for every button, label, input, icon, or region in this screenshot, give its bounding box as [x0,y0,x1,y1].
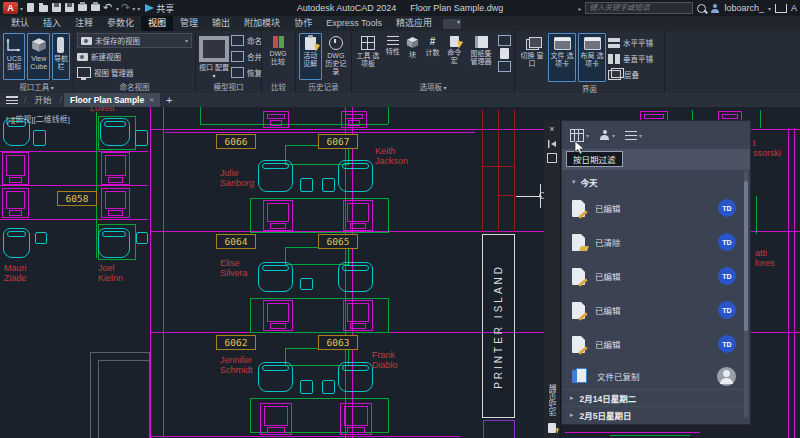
print-icon[interactable] [90,2,101,14]
viewport-controls-label[interactable]: [-][俯视][二维线框] [6,113,70,124]
panel-label-history[interactable]: 历史记录 [296,82,351,93]
panel-palettes: 工具 选项板 特性 块 # 计数 命令 宏 [352,31,515,93]
blocks-button[interactable]: 块 [405,33,421,80]
panel-label-viewport-tools[interactable]: 视口工具 [0,82,73,93]
help-search-input[interactable] [585,2,693,14]
panel-label-compare[interactable]: 比较 [262,82,295,93]
dwg-history-button[interactable]: DWG 历史记录 [324,33,348,80]
share-icon[interactable] [145,4,154,12]
command-macro-button[interactable]: 命令 宏 [444,33,464,80]
filter-by-user-button[interactable]: ▾ [599,130,615,141]
ribbon-tab[interactable]: Express Tools [319,16,389,31]
app-logo-icon[interactable]: A [3,2,18,14]
ribbon-tab[interactable]: 插入 [36,16,68,31]
viewport-restore-button[interactable]: 恢复 [231,65,262,80]
activity-item[interactable]: 已编辑TD [562,293,750,327]
new-file-icon[interactable] [25,2,36,14]
ribbon-extra-tool-icon[interactable] [443,19,461,29]
properties-button[interactable]: 特性 [383,33,403,80]
scrollbar-thumb[interactable] [744,181,748,331]
search-expand-icon[interactable]: ▸ [578,5,581,12]
autodesk-app-letter[interactable]: A [791,3,797,13]
view-dropdown[interactable]: 未保存的视图 ▾ [77,33,192,48]
save-as-icon[interactable] [64,2,75,14]
ribbon-tab[interactable]: 输出 [205,16,237,31]
activity-insights-button[interactable]: 活动 见解 [299,33,322,80]
ribbon-tab[interactable]: 协作 [287,16,319,31]
palette-properties-icon[interactable] [547,153,557,163]
filter-by-date-button[interactable]: ▾ [570,129,589,142]
save-icon[interactable] [51,2,62,14]
tab-document-active[interactable]: Floor Plan Sample × [64,93,160,107]
cubicle-chair [258,262,293,292]
activity-item[interactable]: 已编辑TD [562,191,750,225]
filter-by-type-button[interactable]: ▾ [625,131,642,140]
room-tag: 6066 [216,134,256,149]
view-camera-icon [81,37,92,45]
app-store-cart-icon[interactable] [775,4,787,13]
cascade-button[interactable]: 层叠 [608,67,653,82]
palette-close-icon[interactable]: × [547,124,558,135]
tab-close-icon[interactable]: × [149,93,154,107]
tool-palettes-button[interactable]: 工具 选项板 [355,33,381,80]
ribbon-tab[interactable]: 默认 [4,16,36,31]
date-group-row[interactable]: ▸2月14日星期二 [562,389,750,406]
ucs-icon-button[interactable]: UCS 图标 [3,33,25,80]
panel-label-palettes[interactable]: 选项板 [352,82,514,93]
redo-caret-icon[interactable]: ▾ [132,5,135,12]
cubicle-desk [343,300,373,331]
dwg-compare-button[interactable]: DWG 比较 [265,33,291,80]
switch-windows-button[interactable]: 切换 窗口 [518,33,546,82]
viewport-named-button[interactable]: 命名 [231,33,262,48]
new-view-button[interactable]: 新建视图 [77,49,192,64]
undo-caret-icon[interactable]: ▾ [116,5,119,12]
user-menu-caret-icon[interactable]: ▾ [768,5,771,12]
file-tab-menu-icon[interactable] [6,96,18,104]
search-icon[interactable] [697,4,706,13]
activity-item[interactable]: 文件已复制 [562,361,750,391]
viewport-join-button[interactable]: 合并 [231,49,262,64]
panel-scrollbar[interactable] [744,171,748,418]
username-label[interactable]: loboarch_ [724,3,764,13]
cad-line [150,107,151,438]
app-menu-caret-icon[interactable]: ▾ [20,5,23,12]
palette-extra3-icon[interactable] [498,61,511,72]
tile-horizontal-button[interactable]: 水平平铺 [608,35,653,50]
panel-label-model-viewports[interactable]: 模型视口 [196,82,261,93]
qat-customize-caret-icon[interactable]: ▾ [137,5,140,12]
ribbon-tab[interactable]: 注释 [68,16,100,31]
ribbon-tab[interactable]: 管理 [173,16,205,31]
panel-label-named-views[interactable]: 命名视图 [74,82,195,93]
redo-icon[interactable]: ↷ [121,2,130,14]
activity-item[interactable]: 已清除TD [562,225,750,259]
ribbon-tab[interactable]: 精选应用 [389,16,439,31]
open-file-icon[interactable] [38,2,49,14]
view-manager-button[interactable]: 视图 管理器 [77,65,192,80]
ribbon-tab[interactable]: 视图 [141,16,173,31]
activity-item[interactable]: 已编辑TD [562,259,750,293]
desk-gadget [33,130,46,146]
date-group-row[interactable]: ▸2月5日星期日 [562,406,750,423]
viewport-config-button[interactable]: 视口 配置 [199,33,229,80]
layout-tabs-toggle-button[interactable]: 布局 选项卡 [578,33,606,82]
undo-icon[interactable]: ↶ [103,2,114,14]
group-today[interactable]: ▾ 今天 [562,173,750,191]
ribbon-tab[interactable]: 附加模块 [237,16,287,31]
new-tab-button[interactable]: + [162,94,176,106]
palette-autohide-icon[interactable] [547,140,557,148]
ribbon-tab[interactable]: 参数化 [100,16,141,31]
plot-icon[interactable] [77,2,88,14]
panel-label-interface[interactable]: 界面 [515,84,664,93]
palette-extra2-icon[interactable] [500,48,509,59]
file-tabs-toggle-button[interactable]: 文件 选项卡 [548,33,576,82]
user-avatar-icon[interactable] [710,3,720,14]
activity-item[interactable]: 已编辑TD [562,327,750,361]
tile-vertical-button[interactable]: 垂直平铺 [608,51,653,66]
count-button[interactable]: # 计数 [423,33,443,80]
navigation-bar-button[interactable]: 导航栏 [52,33,70,80]
tab-start[interactable]: 开始 [29,93,58,107]
sheet-set-manager-button[interactable]: 图纸集 管理器 [466,33,496,80]
palette-extra-icon[interactable] [498,35,511,46]
viewcube-button[interactable]: View Cube [27,33,49,80]
share-label[interactable]: 共享 [156,2,174,15]
